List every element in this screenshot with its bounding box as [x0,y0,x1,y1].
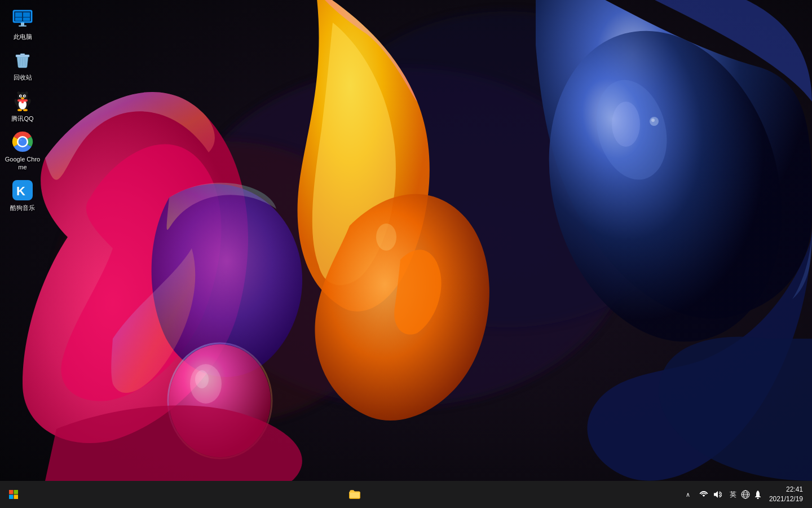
svg-point-40 [23,109,28,111]
monitor-icon [12,9,33,29]
recycle-bin-icon-img [11,49,34,71]
svg-rect-18 [15,17,22,21]
kuwo-icon: K [11,179,34,202]
svg-point-35 [25,95,25,96]
qq-icon [11,90,34,112]
show-desktop-button[interactable] [807,481,812,508]
svg-rect-50 [9,490,14,494]
speaker-tray-icon[interactable] [712,489,723,500]
svg-point-60 [757,498,758,500]
taskbar-left [0,481,27,508]
svg-rect-19 [23,17,30,21]
svg-rect-51 [14,490,19,494]
tray-overflow-button[interactable]: ∧ [682,489,694,500]
speaker-icon [713,490,722,499]
svg-rect-52 [9,495,14,500]
desktop-icon-qq[interactable]: 腾讯QQ [1,86,44,126]
svg-rect-54 [350,493,360,498]
svg-point-46 [19,137,27,146]
this-pc-label: 此电脑 [14,33,32,41]
chrome-label: Google Chrome [3,155,42,172]
svg-point-36 [21,97,24,99]
svg-point-32 [20,95,21,96]
svg-text:K: K [16,184,25,198]
chrome-icon [11,130,34,153]
qq-label: 腾讯QQ [11,115,33,122]
notification-bell-icon [753,490,762,499]
start-button[interactable] [0,481,27,508]
svg-point-9 [195,370,209,388]
svg-rect-23 [20,54,25,55]
svg-point-6 [612,102,640,147]
notification-icon[interactable] [752,489,764,500]
svg-point-13 [376,224,396,251]
clock[interactable]: 22:41 2021/12/19 [765,485,807,504]
svg-point-33 [24,95,25,96]
clock-date: 2021/12/19 [769,494,803,504]
clock-time: 22:41 [786,485,803,494]
taskbar-right: ∧ 英 [682,481,812,508]
desktop-icon-this-pc[interactable]: 此电脑 [1,5,44,44]
globe-icon [741,490,750,499]
svg-rect-53 [14,495,19,500]
system-tray [695,489,726,500]
kuwo-label: 酷狗音乐 [10,204,35,212]
desktop-icon-google-chrome[interactable]: Google Chrome [1,127,44,175]
svg-point-12 [651,119,655,122]
svg-point-39 [17,109,22,111]
taskbar-file-explorer-button[interactable] [342,482,367,507]
taskbar: ∧ 英 [0,481,812,508]
svg-rect-44 [21,99,24,103]
svg-rect-20 [21,23,24,25]
file-explorer-icon [348,488,361,501]
taskbar-center [27,482,682,507]
desktop-icon-kuwo-music[interactable]: K 酷狗音乐 [1,176,44,215]
wallpaper-art [0,0,812,481]
language-indicator[interactable]: 英 [727,489,739,500]
network-tray-icon[interactable] [698,489,709,500]
qq-icon-img [11,90,34,112]
svg-point-47 [20,139,22,141]
svg-rect-16 [15,12,22,17]
windows-logo-icon [8,489,19,500]
ime-globe-icon[interactable] [740,489,751,500]
recycle-bin-icon [12,50,33,70]
svg-point-34 [21,95,21,96]
desktop-icons: 此电脑 回收站 [0,0,45,485]
svg-rect-17 [23,12,30,17]
recycle-bin-label: 回收站 [14,73,32,81]
svg-rect-21 [19,25,27,27]
tray-chevron-icon: ∧ [686,491,690,498]
network-icon [699,490,708,499]
language-label: 英 [730,490,736,500]
desktop-icon-recycle-bin[interactable]: 回收站 [1,45,44,85]
this-pc-icon-img [11,8,34,30]
chrome-icon-img [11,130,34,153]
wallpaper-background [0,0,812,508]
kuwo-icon-img: K [11,179,34,202]
